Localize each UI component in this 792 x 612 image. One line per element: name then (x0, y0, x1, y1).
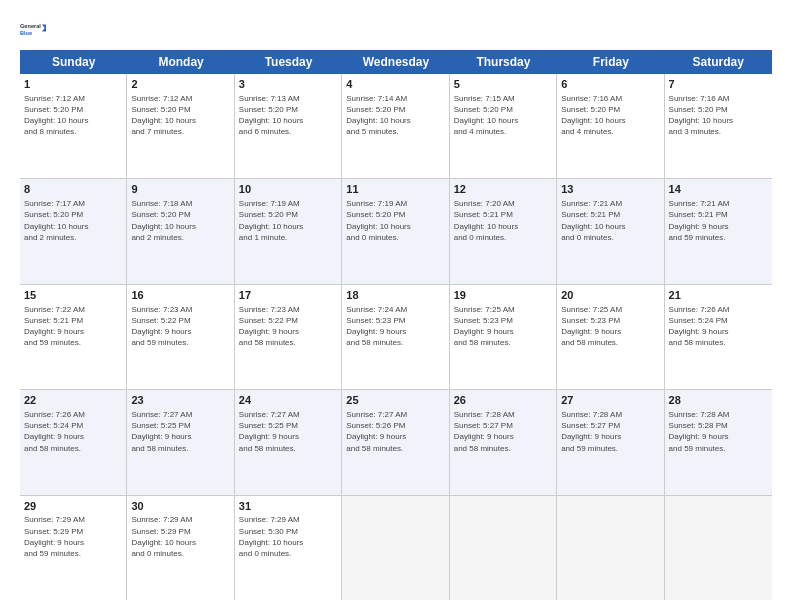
header-day: Saturday (665, 50, 772, 74)
svg-text:General: General (20, 23, 41, 29)
calendar-cell: 11Sunrise: 7:19 AM Sunset: 5:20 PM Dayli… (342, 179, 449, 283)
calendar-cell (557, 496, 664, 600)
calendar-cell: 14Sunrise: 7:21 AM Sunset: 5:21 PM Dayli… (665, 179, 772, 283)
cell-info: Sunrise: 7:29 AM Sunset: 5:29 PM Dayligh… (131, 514, 229, 559)
calendar-cell: 9Sunrise: 7:18 AM Sunset: 5:20 PM Daylig… (127, 179, 234, 283)
cell-info: Sunrise: 7:21 AM Sunset: 5:21 PM Dayligh… (669, 198, 768, 243)
calendar-cell: 29Sunrise: 7:29 AM Sunset: 5:29 PM Dayli… (20, 496, 127, 600)
calendar-row: 29Sunrise: 7:29 AM Sunset: 5:29 PM Dayli… (20, 496, 772, 600)
cell-info: Sunrise: 7:12 AM Sunset: 5:20 PM Dayligh… (24, 93, 122, 138)
cell-info: Sunrise: 7:26 AM Sunset: 5:24 PM Dayligh… (669, 304, 768, 349)
day-number: 29 (24, 499, 122, 514)
calendar-cell: 27Sunrise: 7:28 AM Sunset: 5:27 PM Dayli… (557, 390, 664, 494)
cell-info: Sunrise: 7:20 AM Sunset: 5:21 PM Dayligh… (454, 198, 552, 243)
cell-info: Sunrise: 7:29 AM Sunset: 5:29 PM Dayligh… (24, 514, 122, 559)
header: GeneralBlue (20, 16, 772, 44)
cell-info: Sunrise: 7:25 AM Sunset: 5:23 PM Dayligh… (561, 304, 659, 349)
calendar-cell (665, 496, 772, 600)
cell-info: Sunrise: 7:22 AM Sunset: 5:21 PM Dayligh… (24, 304, 122, 349)
day-number: 5 (454, 77, 552, 92)
day-number: 14 (669, 182, 768, 197)
svg-marker-2 (42, 24, 46, 31)
calendar-cell: 5Sunrise: 7:15 AM Sunset: 5:20 PM Daylig… (450, 74, 557, 178)
calendar-cell: 30Sunrise: 7:29 AM Sunset: 5:29 PM Dayli… (127, 496, 234, 600)
header-day: Friday (557, 50, 664, 74)
day-number: 11 (346, 182, 444, 197)
calendar-cell: 18Sunrise: 7:24 AM Sunset: 5:23 PM Dayli… (342, 285, 449, 389)
calendar-cell (450, 496, 557, 600)
day-number: 12 (454, 182, 552, 197)
day-number: 26 (454, 393, 552, 408)
page: GeneralBlue SundayMondayTuesdayWednesday… (0, 0, 792, 612)
cell-info: Sunrise: 7:15 AM Sunset: 5:20 PM Dayligh… (454, 93, 552, 138)
calendar-cell: 7Sunrise: 7:16 AM Sunset: 5:20 PM Daylig… (665, 74, 772, 178)
logo-icon: GeneralBlue (20, 16, 48, 44)
header-day: Monday (127, 50, 234, 74)
calendar-cell: 1Sunrise: 7:12 AM Sunset: 5:20 PM Daylig… (20, 74, 127, 178)
day-number: 16 (131, 288, 229, 303)
day-number: 13 (561, 182, 659, 197)
day-number: 8 (24, 182, 122, 197)
calendar-body: 1Sunrise: 7:12 AM Sunset: 5:20 PM Daylig… (20, 74, 772, 600)
calendar-cell: 16Sunrise: 7:23 AM Sunset: 5:22 PM Dayli… (127, 285, 234, 389)
calendar-cell: 2Sunrise: 7:12 AM Sunset: 5:20 PM Daylig… (127, 74, 234, 178)
calendar-cell: 10Sunrise: 7:19 AM Sunset: 5:20 PM Dayli… (235, 179, 342, 283)
cell-info: Sunrise: 7:16 AM Sunset: 5:20 PM Dayligh… (669, 93, 768, 138)
calendar-cell (342, 496, 449, 600)
day-number: 9 (131, 182, 229, 197)
calendar: SundayMondayTuesdayWednesdayThursdayFrid… (20, 50, 772, 600)
cell-info: Sunrise: 7:24 AM Sunset: 5:23 PM Dayligh… (346, 304, 444, 349)
calendar-row: 8Sunrise: 7:17 AM Sunset: 5:20 PM Daylig… (20, 179, 772, 284)
day-number: 19 (454, 288, 552, 303)
calendar-cell: 21Sunrise: 7:26 AM Sunset: 5:24 PM Dayli… (665, 285, 772, 389)
cell-info: Sunrise: 7:28 AM Sunset: 5:27 PM Dayligh… (454, 409, 552, 454)
day-number: 25 (346, 393, 444, 408)
day-number: 30 (131, 499, 229, 514)
cell-info: Sunrise: 7:14 AM Sunset: 5:20 PM Dayligh… (346, 93, 444, 138)
calendar-cell: 12Sunrise: 7:20 AM Sunset: 5:21 PM Dayli… (450, 179, 557, 283)
cell-info: Sunrise: 7:27 AM Sunset: 5:25 PM Dayligh… (239, 409, 337, 454)
header-day: Sunday (20, 50, 127, 74)
cell-info: Sunrise: 7:28 AM Sunset: 5:27 PM Dayligh… (561, 409, 659, 454)
cell-info: Sunrise: 7:27 AM Sunset: 5:26 PM Dayligh… (346, 409, 444, 454)
day-number: 6 (561, 77, 659, 92)
day-number: 31 (239, 499, 337, 514)
calendar-cell: 31Sunrise: 7:29 AM Sunset: 5:30 PM Dayli… (235, 496, 342, 600)
day-number: 4 (346, 77, 444, 92)
cell-info: Sunrise: 7:17 AM Sunset: 5:20 PM Dayligh… (24, 198, 122, 243)
calendar-cell: 28Sunrise: 7:28 AM Sunset: 5:28 PM Dayli… (665, 390, 772, 494)
calendar-cell: 4Sunrise: 7:14 AM Sunset: 5:20 PM Daylig… (342, 74, 449, 178)
day-number: 17 (239, 288, 337, 303)
calendar-cell: 6Sunrise: 7:16 AM Sunset: 5:20 PM Daylig… (557, 74, 664, 178)
header-day: Wednesday (342, 50, 449, 74)
calendar-cell: 15Sunrise: 7:22 AM Sunset: 5:21 PM Dayli… (20, 285, 127, 389)
day-number: 3 (239, 77, 337, 92)
day-number: 2 (131, 77, 229, 92)
logo: GeneralBlue (20, 16, 48, 44)
calendar-cell: 17Sunrise: 7:23 AM Sunset: 5:22 PM Dayli… (235, 285, 342, 389)
cell-info: Sunrise: 7:28 AM Sunset: 5:28 PM Dayligh… (669, 409, 768, 454)
day-number: 21 (669, 288, 768, 303)
cell-info: Sunrise: 7:27 AM Sunset: 5:25 PM Dayligh… (131, 409, 229, 454)
cell-info: Sunrise: 7:19 AM Sunset: 5:20 PM Dayligh… (346, 198, 444, 243)
cell-info: Sunrise: 7:29 AM Sunset: 5:30 PM Dayligh… (239, 514, 337, 559)
cell-info: Sunrise: 7:19 AM Sunset: 5:20 PM Dayligh… (239, 198, 337, 243)
header-day: Tuesday (235, 50, 342, 74)
calendar-cell: 22Sunrise: 7:26 AM Sunset: 5:24 PM Dayli… (20, 390, 127, 494)
cell-info: Sunrise: 7:13 AM Sunset: 5:20 PM Dayligh… (239, 93, 337, 138)
day-number: 27 (561, 393, 659, 408)
svg-text:Blue: Blue (20, 30, 32, 36)
day-number: 22 (24, 393, 122, 408)
day-number: 28 (669, 393, 768, 408)
calendar-cell: 19Sunrise: 7:25 AM Sunset: 5:23 PM Dayli… (450, 285, 557, 389)
day-number: 10 (239, 182, 337, 197)
calendar-cell: 20Sunrise: 7:25 AM Sunset: 5:23 PM Dayli… (557, 285, 664, 389)
day-number: 7 (669, 77, 768, 92)
calendar-row: 15Sunrise: 7:22 AM Sunset: 5:21 PM Dayli… (20, 285, 772, 390)
cell-info: Sunrise: 7:23 AM Sunset: 5:22 PM Dayligh… (131, 304, 229, 349)
cell-info: Sunrise: 7:21 AM Sunset: 5:21 PM Dayligh… (561, 198, 659, 243)
day-number: 15 (24, 288, 122, 303)
calendar-cell: 13Sunrise: 7:21 AM Sunset: 5:21 PM Dayli… (557, 179, 664, 283)
calendar-cell: 25Sunrise: 7:27 AM Sunset: 5:26 PM Dayli… (342, 390, 449, 494)
calendar-header: SundayMondayTuesdayWednesdayThursdayFrid… (20, 50, 772, 74)
